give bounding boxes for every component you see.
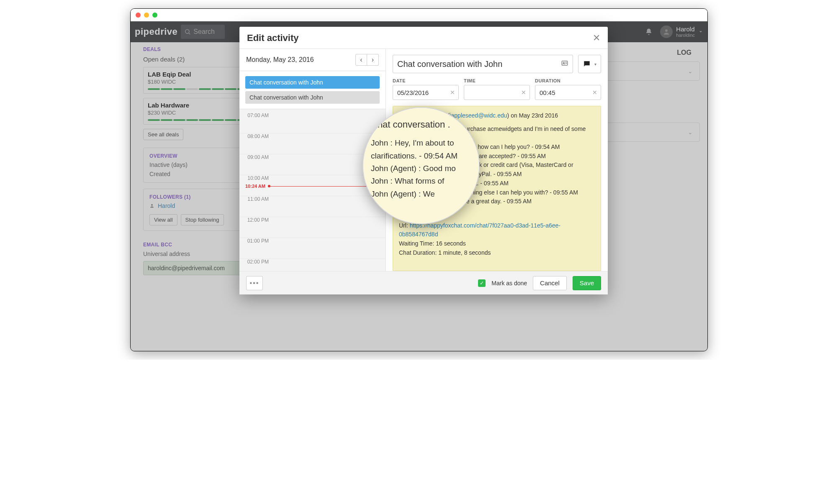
activity-item[interactable]: Chat conversation with John [245, 76, 380, 89]
time-input[interactable]: ✕ [464, 85, 530, 100]
magnifier-line: John (Agent) : We [371, 188, 471, 200]
date-label: DATE [393, 78, 459, 83]
note-duration: Chat Duration: 1 minute, 8 seconds [399, 248, 595, 258]
date-input[interactable]: 05/23/2016 ✕ [393, 85, 459, 100]
hour-label: 01:00 PM [239, 238, 273, 244]
note-email-link[interactable]: jappleseed@widc.edu [450, 112, 507, 119]
hour-label: 10:00 AM [239, 175, 273, 181]
magnifier-line: John : What forms of [371, 175, 471, 187]
window-minimize-icon[interactable] [144, 13, 149, 18]
save-button[interactable]: Save [573, 276, 601, 290]
activity-title-input[interactable]: Chat conversation with John [393, 55, 573, 73]
note-url-link[interactable]: https://happyfoxchat.com/chat/7f027aa0-d… [399, 222, 560, 238]
mac-titlebar [131, 9, 707, 21]
clear-icon[interactable]: ✕ [592, 89, 597, 96]
window-close-icon[interactable] [136, 13, 141, 18]
duration-label: DURATION [535, 78, 601, 83]
hour-label: 02:00 PM [239, 259, 273, 265]
duration-value: 00:45 [540, 89, 555, 96]
note-from-suffix: ) on May 23rd 2016 [507, 112, 558, 119]
chat-bubble-icon [583, 60, 591, 68]
timeline[interactable]: 07:00 AM 08:00 AM 09:00 AM 10:00 AM 11:0… [239, 109, 386, 271]
more-button[interactable]: ••• [246, 276, 263, 290]
svg-point-5 [563, 62, 564, 63]
mark-done-checkbox[interactable]: ✓ [478, 279, 486, 287]
time-label: TIME [464, 78, 530, 83]
date-value: 05/23/2016 [397, 89, 429, 96]
hour-label: 09:00 AM [239, 154, 273, 160]
prev-day-button[interactable]: ‹ [355, 54, 367, 66]
magnifier-line: John : Hey, I'm about to [371, 137, 471, 149]
note-url-label: Url: [399, 222, 410, 229]
app-window: pipedrive Search Harold haroldinc DEALS … [130, 8, 708, 351]
window-zoom-icon[interactable] [152, 13, 157, 18]
calendar-date: Monday, May 23, 2016 [246, 56, 314, 64]
now-label: 10:24 AM [245, 184, 265, 189]
modal-title: Edit activity [247, 33, 298, 43]
clear-icon[interactable]: ✕ [450, 89, 455, 96]
hour-label: 11:00 AM [239, 196, 273, 202]
hour-label: 07:00 AM [239, 113, 273, 118]
caret-down-icon: ▾ [594, 62, 596, 67]
close-icon[interactable]: ✕ [593, 33, 600, 43]
clear-icon[interactable]: ✕ [521, 89, 526, 96]
mark-done-label: Mark as done [491, 280, 527, 287]
activity-title-value: Chat conversation with John [397, 59, 502, 69]
activity-type-button[interactable]: ▾ [578, 55, 601, 73]
contact-card-icon[interactable] [561, 59, 568, 69]
next-day-button[interactable]: › [367, 54, 379, 66]
note-waiting: Waiting Time: 16 seconds [399, 239, 595, 248]
magnifier-line: clarifications. - 09:54 AM [371, 150, 471, 162]
magnifier-lens: Chat conversation . John : Hey, I'm abou… [362, 107, 480, 224]
duration-input[interactable]: 00:45 ✕ [535, 85, 601, 100]
hour-label: 08:00 AM [239, 133, 273, 139]
activity-item[interactable]: Chat conversation with John [245, 91, 380, 104]
magnifier-title: Chat conversation . [371, 117, 471, 132]
magnifier-line: John (Agent) : Good mo [371, 162, 471, 175]
cancel-button[interactable]: Cancel [533, 276, 567, 290]
hour-label: 12:00 PM [239, 217, 273, 223]
